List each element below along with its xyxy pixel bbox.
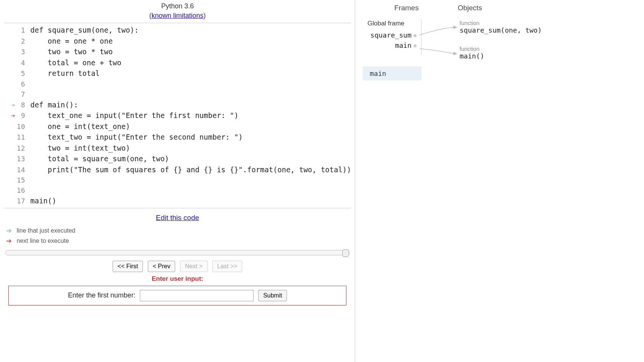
known-limitations-link[interactable]: known limitations	[152, 12, 204, 19]
code-line: 12 two = int(text_two)	[4, 143, 351, 154]
code-line: 11 text_two = input("Enter the second nu…	[4, 132, 351, 143]
code-text: one = int(text_one)	[30, 121, 130, 132]
global-frame-title: Global frame	[367, 20, 418, 27]
last-button: Last >>	[212, 261, 242, 272]
legend: ➔ line that just executed ➔ next line to…	[6, 226, 351, 246]
code-line: ➔9 text_one = input("Enter the first num…	[4, 110, 351, 121]
code-line: 1def square_sum(one, two):	[4, 25, 351, 36]
code-text: main()	[30, 195, 56, 206]
call-frame-main: main	[363, 66, 421, 80]
pointer-dot-icon	[414, 44, 417, 47]
line-number: 4	[15, 58, 30, 68]
code-text: two = int(text_two)	[30, 143, 130, 154]
line-number: 14	[15, 165, 30, 175]
line-number: 12	[15, 143, 30, 153]
slider-thumb[interactable]	[342, 249, 349, 257]
line-number: 7	[15, 89, 30, 99]
line-number: 1	[15, 25, 30, 35]
code-line: 14 print("The sum of squares of {} and {…	[4, 164, 351, 175]
arrow-executed-icon: ➔	[6, 226, 14, 236]
code-text: two = two * two	[30, 46, 113, 57]
python-version: Python 3.6	[161, 2, 194, 10]
right-pane: Frames Objects Global frame square_sum	[355, 0, 644, 362]
line-number: 16	[15, 185, 30, 195]
code-text: one = one * one	[30, 36, 113, 47]
global-frame: Global frame square_sum main	[367, 19, 421, 55]
header: Python 3.6 (known limitations)	[4, 2, 351, 20]
code-text: text_two = input("Enter the second numbe…	[30, 132, 243, 143]
code-line: 6	[4, 79, 351, 89]
code-text: def main():	[30, 99, 78, 110]
code-line: ➔8def main():	[4, 99, 351, 110]
line-number: 15	[15, 175, 30, 185]
user-input-heading: Enter user input:	[4, 275, 351, 283]
prev-button[interactable]: < Prev	[148, 261, 175, 272]
code-line: 16	[4, 185, 351, 195]
line-number: 6	[15, 79, 30, 89]
code-line: 5 return total	[4, 68, 351, 79]
code-line: 3 two = two * two	[4, 46, 351, 57]
user-input-prompt: Enter the first number:	[68, 291, 135, 299]
execution-slider[interactable]	[5, 250, 349, 255]
line-number: 10	[15, 121, 30, 132]
line-number: 13	[15, 154, 30, 164]
frames-column-header: Frames	[363, 4, 450, 12]
first-button[interactable]: << First	[113, 261, 143, 272]
arrow-next-icon: ➔	[4, 110, 15, 121]
pointer-dot-icon	[414, 34, 417, 37]
line-number: 11	[15, 132, 30, 142]
line-number: 9	[15, 110, 30, 121]
line-number: 8	[15, 100, 30, 110]
global-var-main: main	[367, 41, 418, 49]
user-input-field[interactable]	[140, 290, 254, 301]
code-text: total = one + two	[30, 57, 121, 68]
object-function-square-sum: function square_sum(one, two)	[459, 20, 542, 34]
next-button: Next >	[180, 261, 208, 272]
code-line: 13 total = square_sum(one, two)	[4, 153, 351, 164]
legend-next-line: next line to execute	[17, 236, 69, 246]
visualization-area: Global frame square_sum main function sq…	[363, 19, 640, 118]
code-line: 4 total = one + two	[4, 57, 351, 68]
nav-buttons: << First < Prev Next > Last >>	[4, 261, 351, 272]
code-text: total = square_sum(one, two)	[30, 153, 169, 164]
code-text: def square_sum(one, two):	[30, 25, 139, 36]
code-text: return total	[30, 68, 100, 79]
code-text: print("The sum of squares of {} and {} i…	[30, 164, 351, 175]
line-number: 2	[15, 36, 30, 46]
edit-code-link[interactable]: Edit this code	[156, 214, 199, 222]
objects-column-header: Objects	[450, 4, 640, 12]
user-input-box: Enter the first number: Submit	[8, 286, 346, 305]
code-line: 15	[4, 175, 351, 185]
code-line: 17main()	[4, 195, 351, 206]
code-block: 1def square_sum(one, two):2 one = one * …	[4, 23, 351, 208]
arrow-executed-icon: ➔	[4, 100, 15, 110]
line-number: 17	[15, 196, 30, 206]
object-function-main: function main()	[459, 46, 484, 60]
code-line: 7	[4, 89, 351, 99]
submit-button[interactable]: Submit	[258, 290, 287, 301]
legend-just-executed: line that just executed	[17, 226, 75, 235]
arrow-next-icon: ➔	[6, 236, 14, 246]
left-pane: Python 3.6 (known limitations) 1def squa…	[0, 0, 355, 362]
code-line: 2 one = one * one	[4, 36, 351, 47]
line-number: 5	[15, 68, 30, 79]
global-var-square-sum: square_sum	[367, 31, 418, 39]
code-line: 10 one = int(text_one)	[4, 121, 351, 132]
code-text: text_one = input("Enter the first number…	[30, 110, 238, 121]
line-number: 3	[15, 47, 30, 57]
